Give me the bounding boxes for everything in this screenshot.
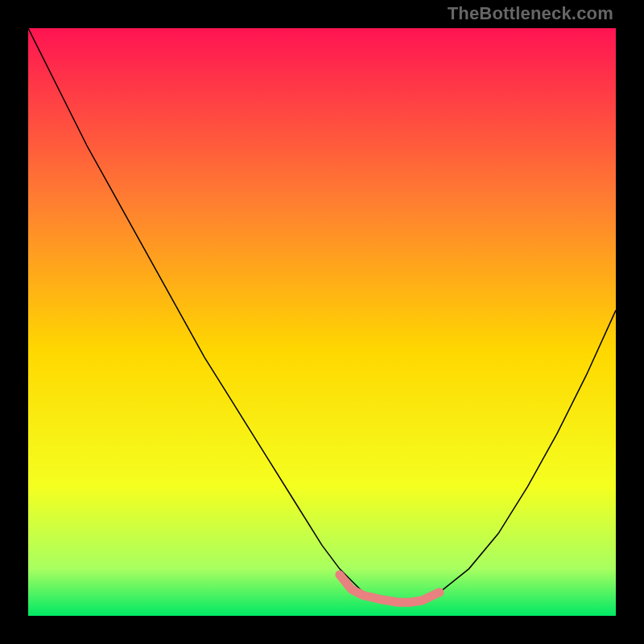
- chart-curves: [28, 28, 616, 616]
- chart-frame: { "watermark": "TheBottleneck.com", "cha…: [0, 0, 644, 644]
- watermark-text: TheBottleneck.com: [448, 3, 613, 24]
- optimal-range-marker: [340, 575, 440, 602]
- bottleneck-curve: [28, 28, 616, 601]
- plot-area: [28, 28, 616, 616]
